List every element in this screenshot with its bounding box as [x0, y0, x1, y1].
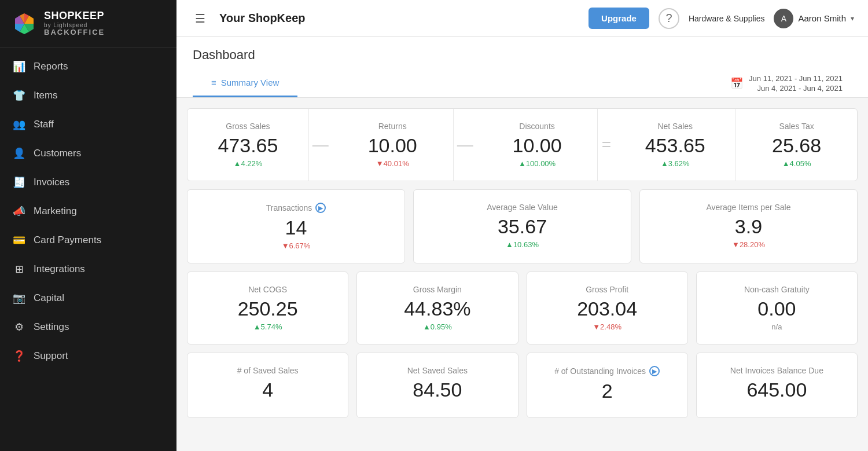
net-sales-value: 453.65 — [626, 134, 724, 157]
returns-label: Returns — [344, 122, 442, 131]
logo-text: SHOPKEEP by Lightspeed BACKOFFICE — [44, 10, 105, 36]
sidebar: SHOPKEEP by Lightspeed BACKOFFICE 📊Repor… — [0, 0, 176, 451]
list-icon: ≡ — [211, 78, 216, 87]
saved-sales-count-value: 4 — [199, 379, 336, 401]
page-title: Dashboard — [193, 47, 852, 63]
date-lines: Jun 11, 2021 - Jun 11, 2021 Jun 4, 2021 … — [749, 74, 843, 93]
discounts-label: Discounts — [488, 122, 586, 131]
sidebar-item-label: Capital — [34, 292, 64, 304]
avg-sale-value-label: Average Sale Value — [425, 203, 619, 212]
sidebar-item-integrations[interactable]: ⊞Integrations — [0, 255, 176, 284]
avg-items-card: Average Items per Sale 3.9 ▼28.20% — [639, 189, 858, 263]
customers-icon: 👤 — [13, 147, 25, 160]
transactions-value: 14 — [199, 217, 393, 239]
avg-sale-value-change: ▲10.63% — [425, 240, 619, 249]
invoices-balance-card: Net Invoices Balance Due 645.00 — [696, 353, 858, 418]
discounts-cell: Discounts 10.00 ▲100.00% — [477, 109, 598, 181]
gross-sales-value: 473.65 — [199, 134, 297, 157]
minus-op-1: — — [312, 135, 329, 154]
tab-summary-view[interactable]: ≡ Summary View — [193, 69, 297, 97]
card-payments-icon: 💳 — [13, 234, 25, 247]
hardware-supplies-link[interactable]: Hardware & Supplies — [689, 14, 765, 23]
sidebar-navigation: 📊Reports👕Items👥Staff👤Customers🧾Invoices📣… — [0, 47, 176, 451]
noncash-gratuity-value: 0.00 — [708, 298, 845, 320]
noncash-gratuity-change: n/a — [708, 322, 845, 331]
support-icon: ❓ — [13, 350, 25, 362]
gross-profit-value: 203.04 — [539, 298, 676, 320]
gross-profit-card: Gross Profit 203.04 ▼2.48% — [527, 272, 688, 344]
sidebar-item-staff[interactable]: 👥Staff — [0, 110, 176, 139]
gross-margin-value: 44.83% — [369, 298, 506, 320]
op2-cell: — — [454, 109, 477, 181]
view-tabs: ≡ Summary View 📅 Jun 11, 2021 - Jun 11, … — [193, 69, 852, 97]
invoices-row: # of Saved Sales 4 Net Saved Sales 84.50… — [187, 353, 858, 418]
gross-profit-change: ▼2.48% — [539, 322, 676, 331]
gross-profit-label: Gross Profit — [539, 285, 676, 294]
net-saved-sales-label: Net Saved Sales — [369, 366, 506, 375]
invoices-info-icon[interactable]: ▶ — [649, 366, 660, 376]
date-range-selector[interactable]: 📅 Jun 11, 2021 - Jun 11, 2021 Jun 4, 202… — [721, 69, 852, 97]
sales-tax-change: ▲4.05% — [748, 159, 845, 168]
sidebar-item-customers[interactable]: 👤Customers — [0, 139, 176, 168]
gross-sales-label: Gross Sales — [199, 122, 297, 131]
sidebar-item-label: Items — [34, 90, 58, 101]
sales-tax-label: Sales Tax — [748, 122, 845, 131]
transactions-change: ▼6.67% — [199, 241, 393, 250]
gross-margin-change: ▲0.95% — [369, 322, 506, 331]
sidebar-item-reports[interactable]: 📊Reports — [0, 52, 176, 81]
sidebar-item-support[interactable]: ❓Support — [0, 342, 176, 371]
net-cogs-value: 250.25 — [199, 298, 336, 320]
op1-cell: — — [309, 109, 332, 181]
main-area: ☰ Your ShopKeep Upgrade ? Hardware & Sup… — [176, 0, 868, 451]
sidebar-item-capital[interactable]: 📷Capital — [0, 284, 176, 313]
op3-cell: = — [598, 109, 615, 181]
returns-cell: Returns 10.00 ▼40.01% — [332, 109, 454, 181]
user-menu[interactable]: A Aaron Smith ▾ — [774, 9, 854, 28]
reports-icon: 📊 — [13, 60, 25, 73]
gross-margin-label: Gross Margin — [369, 285, 506, 294]
minus-op-2: — — [457, 135, 473, 154]
page-title-header: Your ShopKeep — [219, 12, 579, 25]
items-icon: 👕 — [13, 89, 25, 102]
noncash-gratuity-card: Non-cash Gratuity 0.00 n/a — [696, 272, 858, 344]
sidebar-item-label: Card Payments — [34, 234, 101, 246]
help-button[interactable]: ? — [659, 8, 679, 29]
gross-sales-change: ▲4.22% — [199, 159, 297, 168]
sidebar-item-label: Marketing — [34, 206, 77, 217]
topbar: ☰ Your ShopKeep Upgrade ? Hardware & Sup… — [176, 0, 868, 37]
content-area: Dashboard ≡ Summary View 📅 Jun 11, 2021 … — [176, 37, 868, 451]
brand-name: SHOPKEEP — [44, 10, 105, 22]
current-date-range: Jun 11, 2021 - Jun 11, 2021 — [749, 74, 843, 83]
sidebar-item-label: Integrations — [34, 263, 85, 275]
sidebar-item-label: Reports — [34, 61, 68, 72]
previous-date-range: Jun 4, 2021 - Jun 4, 2021 — [749, 84, 843, 93]
avg-sale-value-card: Average Sale Value 35.67 ▲10.63% — [413, 189, 631, 263]
net-cogs-label: Net COGS — [199, 285, 336, 294]
avg-items-value: 3.9 — [652, 215, 845, 238]
capital-icon: 📷 — [13, 292, 25, 305]
sidebar-item-label: Support — [34, 350, 68, 362]
calendar-icon: 📅 — [730, 77, 743, 90]
sidebar-item-settings[interactable]: ⚙Settings — [0, 313, 176, 342]
user-avatar: A — [774, 9, 793, 28]
sidebar-item-label: Settings — [34, 321, 69, 333]
sidebar-item-invoices[interactable]: 🧾Invoices — [0, 168, 176, 197]
discounts-value: 10.00 — [488, 134, 586, 157]
menu-toggle-button[interactable]: ☰ — [190, 9, 210, 28]
outstanding-invoices-card: # of Outstanding Invoices ▶ 2 — [527, 353, 688, 418]
returns-value: 10.00 — [344, 134, 442, 157]
noncash-gratuity-label: Non-cash Gratuity — [708, 285, 845, 294]
gross-sales-cell: Gross Sales 473.65 ▲4.22% — [187, 109, 309, 181]
invoices-icon: 🧾 — [13, 176, 25, 189]
net-cogs-card: Net COGS 250.25 ▲5.74% — [187, 272, 348, 344]
sidebar-item-marketing[interactable]: 📣Marketing — [0, 197, 176, 226]
sidebar-item-items[interactable]: 👕Items — [0, 81, 176, 110]
avg-items-label: Average Items per Sale — [652, 203, 845, 212]
transactions-info-icon[interactable]: ▶ — [315, 203, 326, 213]
saved-sales-count-card: # of Saved Sales 4 — [187, 353, 348, 418]
sidebar-item-card-payments[interactable]: 💳Card Payments — [0, 226, 176, 255]
cogs-row: Net COGS 250.25 ▲5.74% Gross Margin 44.8… — [187, 272, 858, 344]
upgrade-button[interactable]: Upgrade — [589, 8, 649, 29]
net-cogs-change: ▲5.74% — [199, 322, 336, 331]
avg-items-change: ▼28.20% — [652, 240, 845, 249]
